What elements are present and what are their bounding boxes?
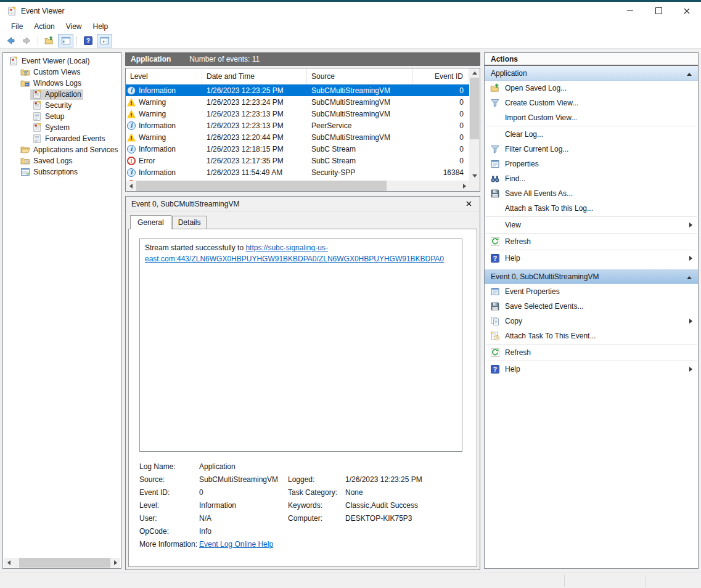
tree-item-security[interactable]: Security <box>4 100 120 111</box>
collapse-icon[interactable] <box>687 272 692 281</box>
table-row[interactable]: Warning1/26/2023 12:20:44 PMSubCMultiStr… <box>126 131 469 143</box>
field-value-link[interactable]: Event Log Online Help <box>199 540 288 549</box>
menu-view[interactable]: View <box>60 21 88 32</box>
field-label: Task Category: <box>288 488 345 497</box>
actions-section-event-0-subcmultistreamingvm[interactable]: Event 0, SubCMultiStreamingVM <box>485 269 698 284</box>
scroll-down-icon[interactable] <box>469 171 480 181</box>
action-create-custom-view[interactable]: Create Custom View... <box>485 96 698 110</box>
help-icon <box>490 253 500 263</box>
column-header-level[interactable]: Level <box>126 68 202 84</box>
event-id-cell: 0 <box>413 145 469 153</box>
level-text: Warning <box>139 98 166 107</box>
action-label: Refresh <box>505 237 531 246</box>
events-vertical-scrollbar[interactable] <box>469 68 480 181</box>
action-help[interactable]: Help <box>485 251 698 266</box>
action-event-properties[interactable]: Event Properties <box>485 284 698 299</box>
tree-item-inner: Subscriptions <box>18 167 80 178</box>
tree-item-subscriptions[interactable]: Subscriptions <box>4 166 120 178</box>
tree-item-forwarded-events[interactable]: Forwarded Events <box>4 133 120 144</box>
tab-general[interactable]: General <box>130 215 171 229</box>
field-value: 1/26/2023 12:23:25 PM <box>345 475 465 484</box>
tree-item-inner: Setup <box>30 112 66 122</box>
menu-help[interactable]: Help <box>88 21 114 32</box>
close-button[interactable] <box>673 2 701 20</box>
icon-spacer <box>490 113 500 123</box>
open-saved-log-button[interactable] <box>41 34 57 47</box>
table-row[interactable]: Warning1/26/2023 12:23:13 PMSubCMultiStr… <box>126 108 469 120</box>
console-tree-panel: Event Viewer (Local)Custom ViewsWindows … <box>2 52 121 569</box>
log-event-icon <box>32 100 42 110</box>
action-save-all-events-as[interactable]: Save All Events As... <box>485 186 698 201</box>
tree-item-setup[interactable]: Setup <box>4 111 120 122</box>
arrow-right-icon <box>689 223 692 227</box>
actions-section-application[interactable]: Application <box>485 66 698 81</box>
window-controls <box>616 2 701 20</box>
close-icon <box>684 8 690 14</box>
forward-button[interactable] <box>19 34 35 47</box>
icon-spacer <box>490 220 500 230</box>
action-clear-log[interactable]: Clear Log... <box>485 127 698 142</box>
action-view[interactable]: View <box>485 218 698 232</box>
maximize-button[interactable] <box>644 2 673 20</box>
scroll-thumb[interactable] <box>136 181 387 191</box>
column-header-event-id[interactable]: Event ID <box>413 68 469 84</box>
log-header-bar: Application Number of events: 11 <box>125 52 480 66</box>
show-action-pane-button[interactable] <box>97 34 112 47</box>
detail-close-button[interactable] <box>463 198 474 210</box>
table-row[interactable]: Information1/26/2023 12:18:15 PMSubC Str… <box>126 143 469 155</box>
help-button[interactable] <box>80 34 96 47</box>
tab-details[interactable]: Details <box>172 216 207 229</box>
action-import-custom-view[interactable]: Import Custom View... <box>485 110 698 125</box>
action-filter-current-log[interactable]: Filter Current Log... <box>485 142 698 157</box>
scroll-up-icon[interactable] <box>469 68 480 78</box>
table-row[interactable]: Information1/26/2023 11:54:49 AMSecurity… <box>126 166 469 178</box>
action-refresh[interactable]: Refresh <box>485 234 698 249</box>
field-value: 0 <box>199 488 288 497</box>
table-row[interactable]: Error1/26/2023 12:17:35 PMSubC Stream0 <box>126 155 469 166</box>
tree-item-windows-logs[interactable]: Windows Logs <box>4 78 120 89</box>
scroll-left-icon[interactable] <box>126 181 136 191</box>
action-find[interactable]: Find... <box>485 171 698 186</box>
field-label: Source: <box>139 475 199 484</box>
events-horizontal-scrollbar[interactable] <box>126 181 469 191</box>
scroll-thumb[interactable] <box>19 558 110 568</box>
tree-item-saved-logs[interactable]: Saved Logs <box>4 155 120 166</box>
table-row[interactable]: Information1/26/2023 12:23:13 PMPeerServ… <box>126 120 469 131</box>
action-properties[interactable]: Properties <box>485 157 698 171</box>
tree-item-custom-views[interactable]: Custom Views <box>4 67 120 78</box>
menu-action[interactable]: Action <box>28 21 60 32</box>
field-label: Computer: <box>288 514 345 523</box>
tree-item-system[interactable]: System <box>4 122 120 133</box>
back-button[interactable] <box>2 34 18 47</box>
field-row: User:N/AComputer:DESKTOP-KIK75P3 <box>139 512 465 525</box>
scroll-left-icon[interactable] <box>4 558 14 568</box>
collapse-icon[interactable] <box>687 69 692 78</box>
table-row[interactable]: Information1/26/2023 12:23:25 PMSubCMult… <box>126 84 469 96</box>
scroll-right-icon[interactable] <box>459 181 469 191</box>
level-text: Information <box>139 86 176 95</box>
action-attach-task-to-this-event[interactable]: Attach Task To This Event... <box>485 329 698 343</box>
show-console-tree-button[interactable] <box>58 34 73 47</box>
minimize-button[interactable] <box>616 2 644 20</box>
scroll-right-icon[interactable] <box>110 558 120 568</box>
tree-item-applications-and-services-logs[interactable]: Applications and Services Logs <box>4 144 120 155</box>
menu-file[interactable]: File <box>6 21 28 32</box>
table-row[interactable]: Warning1/26/2023 12:23:24 PMSubCMultiStr… <box>126 96 469 108</box>
tree-horizontal-scrollbar[interactable] <box>4 558 120 568</box>
tree-item-inner: Windows Logs <box>18 78 83 89</box>
action-open-saved-log[interactable]: Open Saved Log... <box>485 81 698 96</box>
column-header-date-and-time[interactable]: Date and Time <box>202 68 307 84</box>
tree-item-application[interactable]: Application <box>4 89 120 100</box>
datetime-cell: 1/26/2023 12:18:15 PM <box>202 145 307 153</box>
action-refresh[interactable]: Refresh <box>485 345 698 360</box>
tree-item-label: Event Viewer (Local) <box>22 57 90 65</box>
action-attach-a-task-to-this-log[interactable]: Attach a Task To this Log... <box>485 201 698 216</box>
maximize-icon <box>655 7 662 14</box>
action-copy[interactable]: Copy <box>485 314 698 329</box>
tree-item-event-viewer-local[interactable]: Event Viewer (Local) <box>4 55 120 67</box>
column-header-source[interactable]: Source <box>307 68 413 84</box>
action-save-selected-events[interactable]: Save Selected Events... <box>485 299 698 314</box>
action-help[interactable]: Help <box>485 362 698 377</box>
tree-item-label: Saved Logs <box>33 157 72 165</box>
scroll-thumb[interactable] <box>470 78 479 139</box>
